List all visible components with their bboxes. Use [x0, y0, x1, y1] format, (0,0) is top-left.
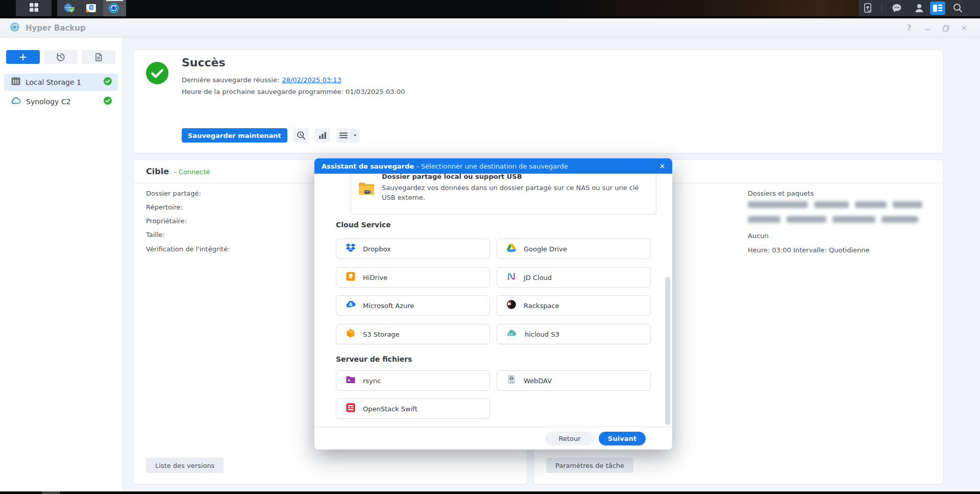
restore-history-button[interactable]: [44, 50, 78, 64]
version-list-button[interactable]: Liste des versions: [146, 458, 224, 473]
report-log-button[interactable]: [82, 50, 115, 64]
field-label-size: Taille:: [146, 231, 165, 239]
minimize-button[interactable]: [923, 23, 932, 33]
main-menu-button[interactable]: [16, 0, 52, 16]
history-icon: [56, 53, 65, 62]
task-label: Synology C2: [26, 98, 70, 106]
task-item-local-storage-1[interactable]: Local Storage 1: [4, 74, 118, 91]
help-button[interactable]: ?: [904, 23, 914, 33]
destination-card-rsync[interactable]: R rsync: [336, 370, 490, 391]
last-backup-label: Dernière sauvegarde réussie:: [182, 76, 279, 84]
window-titlebar[interactable]: Hyper Backup ? ✕: [0, 18, 980, 38]
field-label-owner: Propriétaire:: [146, 217, 187, 225]
wizard-header[interactable]: Assistant de sauvegarde - Sélectionner u…: [314, 158, 672, 174]
azure-icon: A: [346, 299, 356, 312]
synology-c2-cloud-icon: [11, 97, 21, 107]
destination-card-microsoft-azure[interactable]: A Microsoft Azure: [336, 295, 490, 316]
desktop-taskbar: S: [0, 0, 980, 16]
hyper-backup-window-icon: [9, 21, 20, 35]
local-storage-icon: [11, 77, 20, 88]
section-label-cloud-service: Cloud Service: [336, 221, 391, 229]
destination-scroll-area[interactable]: Dossier partagé local ou support USB Sau…: [314, 174, 672, 427]
wizard-footer: Retour Suivant: [314, 427, 672, 450]
restore-button[interactable]: [941, 23, 950, 33]
dialog-scrollbar-thumb[interactable]: [665, 277, 670, 425]
webdav-icon: [506, 374, 517, 387]
schedule-text: Heure: 03:00 Intervalle: Quotidienne: [748, 246, 870, 254]
wizard-subtitle: - Sélectionner une destination de sauveg…: [416, 162, 568, 170]
wizard-back-button[interactable]: Retour: [545, 432, 594, 445]
destination-card-dropbox[interactable]: Dropbox: [336, 239, 490, 259]
destination-card-hidrive[interactable]: HiDrive: [336, 267, 490, 288]
openstack-swift-icon: [346, 403, 356, 415]
destination-card-jd-cloud[interactable]: JD Cloud: [497, 267, 651, 288]
destination-card-google-drive[interactable]: Google Drive: [497, 239, 651, 259]
wizard-next-button[interactable]: Suivant: [599, 432, 646, 445]
active-app-indicator: [106, 0, 123, 1]
destination-card-local-usb[interactable]: Dossier partagé local ou support USB Sau…: [351, 174, 656, 215]
backup-explorer-button[interactable]: [293, 128, 309, 143]
google-drive-icon: [506, 243, 517, 255]
task-sidebar: Local Storage 1 Synology C2: [0, 38, 122, 491]
task-actions-menu-button[interactable]: [336, 128, 360, 143]
hyper-backup-app-icon[interactable]: [108, 3, 119, 16]
search-icon[interactable]: [952, 3, 963, 15]
close-button[interactable]: ✕: [960, 23, 969, 33]
tray-separator: [881, 4, 882, 12]
task-settings-button[interactable]: Paramètres de tâche: [546, 458, 633, 473]
svg-text:R: R: [348, 379, 351, 383]
external-device-icon[interactable]: [863, 3, 873, 16]
hidrive-icon: [346, 271, 356, 284]
destination-card-rackspace[interactable]: Rackspace: [497, 295, 651, 316]
package-center-app-icon[interactable]: S: [85, 2, 97, 16]
destination-card-webdav[interactable]: WebDAV: [497, 370, 651, 391]
last-backup-link[interactable]: 28/02/2025 03:13: [282, 76, 341, 84]
folders-packages-label: Dossiers et paquets: [748, 190, 814, 197]
backup-now-button[interactable]: Sauvegarder maintenant: [182, 128, 287, 143]
destination-card-hicloud-s3[interactable]: S3 hicloud S3: [497, 324, 651, 344]
task-success-badge-icon: [104, 97, 112, 107]
create-task-button[interactable]: [6, 50, 40, 64]
svg-text:S: S: [90, 6, 92, 10]
widgets-button[interactable]: [930, 2, 945, 15]
bar-chart-icon: [318, 131, 327, 140]
destination-card-s3-storage[interactable]: S3 Storage: [336, 324, 490, 344]
backup-task-list: Local Storage 1 Synology C2: [4, 74, 118, 112]
destination-card-title: Dossier partagé local ou support USB: [382, 174, 522, 180]
sidebar-toolbar: [6, 50, 115, 64]
window-controls: ? ✕: [904, 18, 969, 38]
field-label-integrity-check: Vérification de l'intégrité:: [146, 245, 230, 253]
wizard-title: Assistant de sauvegarde: [322, 162, 414, 170]
backup-wizard-dialog: Assistant de sauvegarde - Sélectionner u…: [314, 158, 672, 450]
desktop-bottom-strip-highlight: [42, 491, 60, 494]
last-backup-line: Dernière sauvegarde réussie:28/02/2025 0…: [182, 76, 341, 84]
dropbox-icon: [346, 243, 356, 255]
desktop: S: [0, 0, 980, 494]
task-item-synology-c2[interactable]: Synology C2: [4, 93, 118, 110]
user-account-icon[interactable]: [914, 3, 925, 16]
wizard-close-button[interactable]: ✕: [659, 158, 665, 174]
status-toolbar: Sauvegarder maintenant: [182, 128, 360, 143]
connection-status: - Connecté: [174, 168, 210, 176]
redacted-folder-list-line1: [748, 201, 922, 208]
window-title: Hyper Backup: [26, 23, 86, 33]
notifications-chat-icon[interactable]: [891, 3, 902, 16]
target-panel-title: Cible: [146, 167, 169, 176]
destination-card-description: Sauvegardez vos données dans un dossier …: [382, 183, 650, 202]
destination-card-openstack-swift[interactable]: OpenStack Swift: [336, 398, 490, 419]
desktop-bottom-strip: [0, 491, 980, 494]
s3-cube-icon: [346, 328, 356, 340]
field-label-shared-folder: Dossier partagé:: [146, 190, 201, 197]
rackspace-icon: [506, 299, 517, 312]
redacted-folder-list-line2: [748, 216, 918, 223]
plus-icon: [19, 54, 27, 61]
security-advisor-app-icon[interactable]: [63, 2, 75, 16]
magnifier-clock-icon: [296, 130, 306, 140]
statistics-button[interactable]: [315, 128, 330, 143]
folder-usb-icon: [358, 180, 375, 198]
task-label: Local Storage 1: [26, 78, 81, 86]
hamburger-caret-icon: [338, 131, 358, 140]
applications-value: Aucun: [748, 232, 769, 240]
backup-status-card: Succès Dernière sauvegarde réussie:28/02…: [133, 50, 943, 153]
section-label-file-server: Serveur de fichiers: [336, 355, 412, 363]
